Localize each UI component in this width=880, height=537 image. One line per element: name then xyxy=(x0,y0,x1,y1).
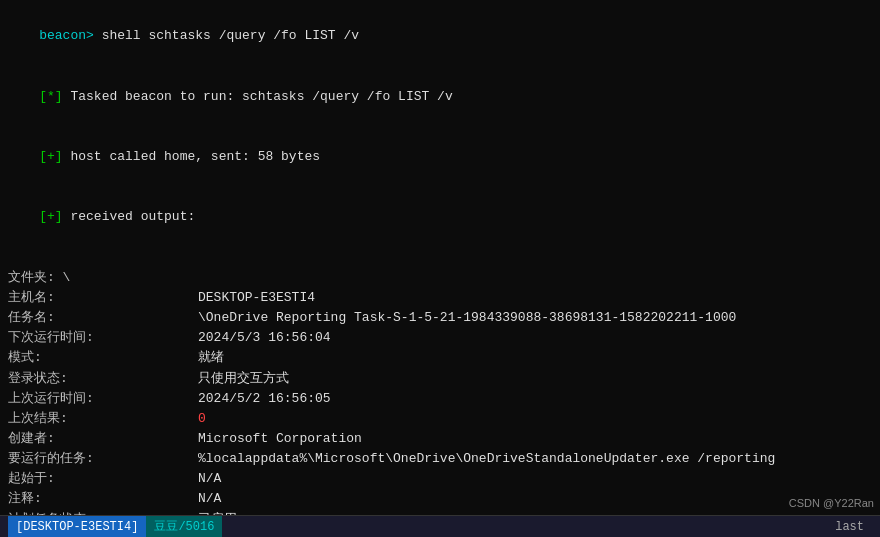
label-lastresult: 上次结果: xyxy=(8,409,198,429)
value-hostname: DESKTOP-E3ESTI4 xyxy=(198,288,315,308)
called-home-text: host called home, sent: 58 bytes xyxy=(63,149,320,164)
tasked-line: [*] Tasked beacon to run: schtasks /quer… xyxy=(8,66,872,126)
row-taskname: 任务名: \OneDrive Reporting Task-S-1-5-21-1… xyxy=(8,308,872,328)
label-author: 创建者: xyxy=(8,429,198,449)
terminal-window: beacon> shell schtasks /query /fo LIST /… xyxy=(0,0,880,537)
value-lastrun: 2024/5/2 16:56:05 xyxy=(198,389,331,409)
row-comment: 注释: N/A xyxy=(8,489,872,509)
bracket-plus-2: [+] xyxy=(39,209,62,224)
called-home-line: [+] host called home, sent: 58 bytes xyxy=(8,127,872,187)
value-startdir: N/A xyxy=(198,469,221,489)
label-hostname: 主机名: xyxy=(8,288,198,308)
value-mode: 就绪 xyxy=(198,348,224,368)
watermark: CSDN @Y22Ran xyxy=(789,497,874,509)
status-bar: [DESKTOP-E3ESTI4] 豆豆/5016 last xyxy=(0,515,880,537)
status-right: last xyxy=(827,516,872,538)
row-author: 创建者: Microsoft Corporation xyxy=(8,429,872,449)
row-nextrun: 下次运行时间: 2024/5/3 16:56:04 xyxy=(8,328,872,348)
tasked-text: Tasked beacon to run: schtasks /query /f… xyxy=(63,89,453,104)
row-lastrun: 上次运行时间: 2024/5/2 16:56:05 xyxy=(8,389,872,409)
status-user: 豆豆/5016 xyxy=(146,516,222,538)
value-comment: N/A xyxy=(198,489,221,509)
row-lastresult: 上次结果: 0 xyxy=(8,409,872,429)
label-torun: 要运行的任务: xyxy=(8,449,198,469)
status-machine: [DESKTOP-E3ESTI4] xyxy=(8,516,146,538)
label-logon: 登录状态: xyxy=(8,369,198,389)
bracket-plus-1: [+] xyxy=(39,149,62,164)
received-output-text: received output: xyxy=(63,209,196,224)
value-logon: 只使用交互方式 xyxy=(198,369,289,389)
row-startdir: 起始于: N/A xyxy=(8,469,872,489)
value-taskname: \OneDrive Reporting Task-S-1-5-21-198433… xyxy=(198,308,736,328)
row-mode: 模式: 就绪 xyxy=(8,348,872,368)
label-startdir: 起始于: xyxy=(8,469,198,489)
label-taskname: 任务名: xyxy=(8,308,198,328)
value-lastresult: 0 xyxy=(198,409,206,429)
value-torun: %localappdata%\Microsoft\OneDrive\OneDri… xyxy=(198,449,775,469)
row-logon: 登录状态: 只使用交互方式 xyxy=(8,369,872,389)
prompt-line: beacon> shell schtasks /query /fo LIST /… xyxy=(8,6,872,66)
row-torun: 要运行的任务: %localappdata%\Microsoft\OneDriv… xyxy=(8,449,872,469)
blank-line-1 xyxy=(8,248,872,268)
value-author: Microsoft Corporation xyxy=(198,429,362,449)
command-text: shell schtasks /query /fo LIST /v xyxy=(94,28,359,43)
row-folder: 文件夹: \ xyxy=(8,268,872,288)
bracket-star: [*] xyxy=(39,89,62,104)
label-mode: 模式: xyxy=(8,348,198,368)
label-folder: 文件夹: \ xyxy=(8,268,198,288)
label-nextrun: 下次运行时间: xyxy=(8,328,198,348)
label-comment: 注释: xyxy=(8,489,198,509)
value-nextrun: 2024/5/3 16:56:04 xyxy=(198,328,331,348)
label-lastrun: 上次运行时间: xyxy=(8,389,198,409)
row-hostname: 主机名: DESKTOP-E3ESTI4 xyxy=(8,288,872,308)
received-output-line: [+] received output: xyxy=(8,187,872,247)
beacon-prompt: beacon> xyxy=(39,28,94,43)
